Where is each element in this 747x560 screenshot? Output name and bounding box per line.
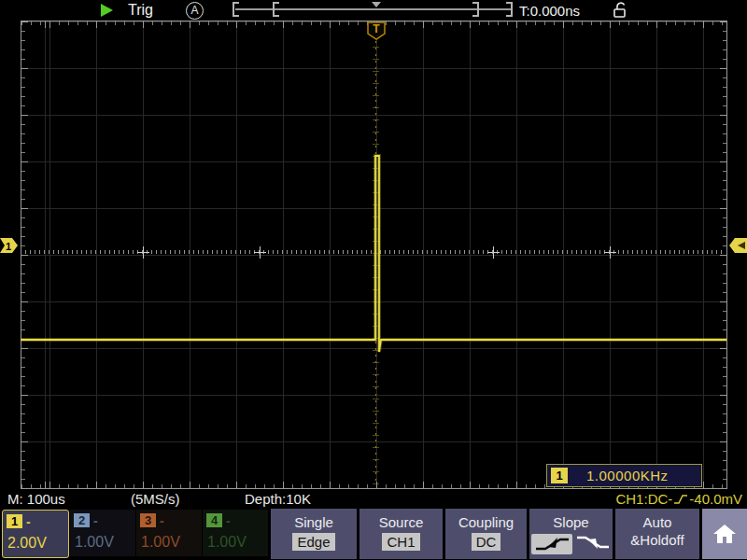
oscilloscope-screen: Trig A T:0.000ns 1	[0, 0, 747, 560]
trigger-level-readout: -40.0mV	[689, 491, 742, 507]
trigger-settings-readout: CH1:DC- -40.0mV	[615, 491, 742, 507]
channel-3-coupling-mark: -	[160, 515, 164, 526]
channel-3-scale: 1.00V	[141, 534, 202, 551]
source-value: CH1	[382, 533, 419, 551]
freq-value: 1.00000KHz	[586, 468, 669, 483]
channel-1-cell[interactable]: 1 - 2.00V	[2, 510, 69, 558]
channel-4-badge: 4	[206, 513, 222, 527]
ch1-waveform-glow	[21, 156, 726, 352]
source-button[interactable]: Source CH1	[359, 509, 443, 559]
channel-4-scale: 1.00V	[207, 534, 268, 551]
frequency-counter: 1 1.00000KHz	[546, 464, 702, 487]
timebase-readout: M: 100us	[7, 491, 65, 507]
coupling-button[interactable]: Coupling DC	[445, 509, 527, 559]
trigger-source-coupling: CH1:DC-	[615, 491, 672, 507]
trigger-level-marker[interactable]	[729, 238, 747, 253]
channel-4-cell[interactable]: 4 - 1.00V	[203, 510, 268, 556]
channel-2-scale: 1.00V	[75, 534, 135, 551]
auto-holdoff-button[interactable]: Auto &Holdoff	[615, 509, 699, 559]
channel-4-coupling-mark: -	[226, 515, 231, 526]
single-mode-label: Single	[271, 514, 357, 530]
ch1-position-marker-label: 1	[6, 241, 11, 252]
home-icon	[712, 523, 737, 545]
memory-depth-readout: Depth:10K	[245, 491, 311, 507]
ch1-position-marker[interactable]: 1	[0, 238, 18, 253]
bottom-menu-bar: 1 - 2.00V 2 - 1.00V 3 - 1.00V 4 - 1.00V	[0, 508, 747, 560]
home-button[interactable]	[702, 509, 747, 559]
auto-holdoff-line1: Auto	[615, 514, 699, 530]
falling-slope-option[interactable]	[575, 533, 611, 555]
single-mode-value: Edge	[292, 533, 334, 551]
channel-2-badge: 2	[74, 513, 90, 527]
single-mode-button[interactable]: Single Edge	[271, 509, 357, 559]
channel-2-coupling-mark: -	[93, 515, 98, 526]
auto-holdoff-line2: &Holdoff	[615, 532, 699, 548]
channel-3-badge: 3	[140, 513, 156, 527]
sample-rate-readout: (5MS/s)	[131, 491, 180, 507]
coupling-value: DC	[472, 533, 501, 551]
channel-3-cell[interactable]: 3 - 1.00V	[136, 510, 202, 556]
source-label: Source	[359, 514, 443, 530]
channel-2-cell[interactable]: 2 - 1.00V	[70, 510, 135, 556]
freq-channel-badge: 1	[551, 468, 568, 483]
coupling-label: Coupling	[445, 514, 527, 530]
slope-label: Slope	[529, 514, 613, 530]
rising-slope-option[interactable]	[531, 534, 572, 554]
slope-button[interactable]: Slope	[529, 509, 613, 559]
channel-1-badge: 1	[7, 514, 22, 528]
rising-slope-icon	[533, 535, 571, 553]
channel-1-scale: 2.00V	[7, 535, 68, 552]
trigger-position-marker[interactable]: T	[368, 22, 385, 39]
falling-slope-icon	[575, 533, 611, 552]
trigger-position-marker-label: T	[373, 22, 380, 35]
channel-1-coupling-mark: -	[26, 516, 31, 527]
rising-edge-icon	[673, 493, 688, 506]
